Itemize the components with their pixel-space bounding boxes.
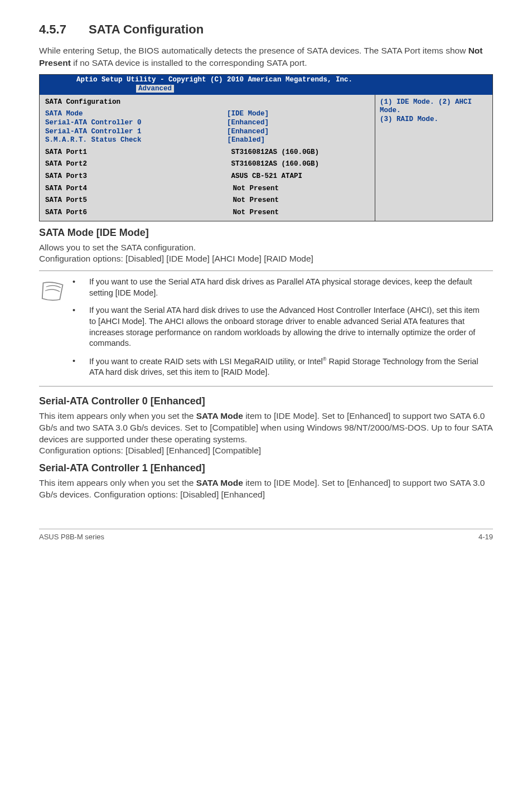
ctrl0-desc: This item appears only when you set the … bbox=[39, 410, 493, 457]
section-title: SATA Configuration bbox=[89, 22, 204, 36]
bios-left-panel: SATA Configuration SATA Mode[IDE Mode] S… bbox=[40, 95, 375, 221]
sata-mode-heading: SATA Mode [IDE Mode] bbox=[39, 227, 493, 239]
sata-mode-desc: Allows you to set the SATA configuration… bbox=[39, 242, 493, 265]
page-footer: ASUS P8B-M series 4-19 bbox=[39, 529, 493, 541]
note-item: • If you want to use the Serial ATA hard… bbox=[72, 277, 487, 298]
note-item: • If you want the Serial ATA hard disk d… bbox=[72, 305, 487, 349]
ctrl0-heading: Serial-ATA Controller 0 [Enhanced] bbox=[39, 395, 493, 407]
ctrl1-heading: Serial-ATA Controller 1 [Enhanced] bbox=[39, 462, 493, 474]
section-heading: 4.5.7 SATA Configuration bbox=[39, 22, 493, 37]
note-item: • If you want to create RAID sets with L… bbox=[72, 356, 487, 378]
bios-help-panel: (1) IDE Mode. (2) AHCI Mode. (3) RAID Mo… bbox=[375, 95, 492, 221]
note-box: • If you want to use the Serial ATA hard… bbox=[39, 270, 493, 386]
bios-tab-advanced: Advanced bbox=[136, 85, 174, 93]
ctrl1-desc: This item appears only when you set the … bbox=[39, 477, 493, 501]
bios-header: Aptio Setup Utility - Copyright (C) 2010… bbox=[40, 75, 492, 94]
footer-left: ASUS P8B-M series bbox=[39, 533, 104, 541]
bios-screenshot: Aptio Setup Utility - Copyright (C) 2010… bbox=[39, 74, 493, 221]
section-number: 4.5.7 bbox=[39, 22, 66, 36]
intro-paragraph: While entering Setup, the BIOS automatic… bbox=[39, 45, 493, 69]
note-icon bbox=[39, 277, 72, 378]
footer-page-number: 4-19 bbox=[478, 533, 493, 541]
